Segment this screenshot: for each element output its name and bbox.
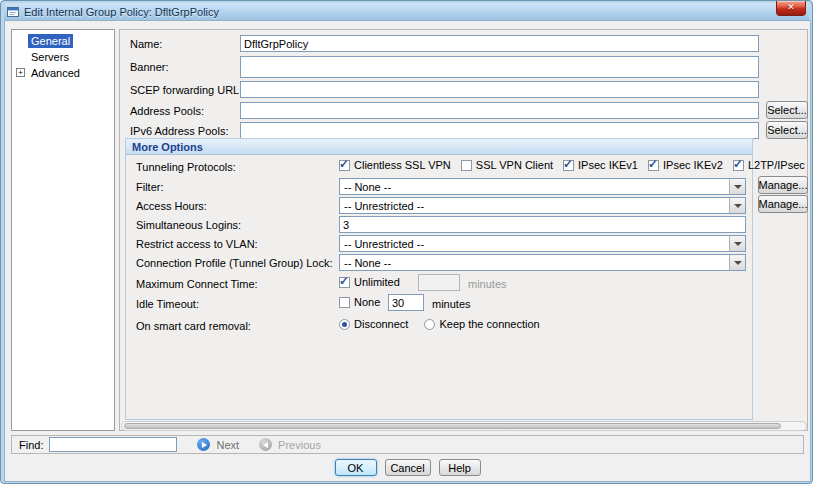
checkbox-icon — [648, 160, 659, 171]
checkbox-icon — [339, 277, 350, 288]
category-tree: General Servers + Advanced — [11, 29, 115, 431]
checkbox-label: None — [354, 296, 380, 308]
scep-url-label: SCEP forwarding URL: — [130, 84, 242, 96]
horizontal-scrollbar[interactable] — [121, 421, 807, 431]
checkbox-icon — [733, 160, 744, 171]
chevron-down-icon[interactable] — [729, 255, 745, 270]
checkbox-label: Clientless SSL VPN — [354, 159, 451, 171]
tree-item-label: Advanced — [28, 66, 83, 80]
find-bar: Find: Next Previous — [11, 435, 804, 454]
access-hours-selected-value: -- Unrestricted -- — [340, 200, 729, 212]
find-next-button[interactable]: Next — [216, 439, 239, 451]
find-label: Find: — [19, 439, 43, 451]
idle-timeout-minutes-unit: minutes — [432, 298, 471, 310]
checkbox-ssl-vpn-client[interactable]: SSL VPN Client — [461, 159, 553, 171]
radio-icon — [424, 319, 435, 330]
checkbox-label: Unlimited — [354, 276, 400, 288]
checkbox-unlimited[interactable]: Unlimited — [339, 276, 400, 288]
expand-icon[interactable]: + — [16, 68, 25, 77]
smart-card-removal-group: Disconnect Keep the connection — [339, 318, 540, 330]
radio-label: Disconnect — [354, 318, 408, 330]
filter-selected-value: -- None -- — [340, 181, 729, 193]
checkbox-idle-none[interactable]: None — [339, 296, 380, 308]
address-pools-label: Address Pools: — [130, 105, 204, 117]
ok-button[interactable]: OK — [335, 459, 377, 476]
max-connect-minutes-input — [418, 274, 460, 291]
ipv6-pools-select-button[interactable]: Select... — [766, 121, 808, 139]
filter-dropdown[interactable]: -- None -- — [339, 178, 746, 195]
simultaneous-logins-input[interactable] — [339, 216, 746, 233]
filter-label: Filter: — [136, 181, 164, 193]
banner-input[interactable] — [240, 56, 759, 78]
profile-lock-label: Connection Profile (Tunnel Group) Lock: — [136, 257, 332, 269]
tree-item-general[interactable]: General — [12, 33, 114, 49]
simultaneous-logins-label: Simultaneous Logins: — [136, 219, 241, 231]
checkbox-label: L2TP/IPsec — [748, 159, 805, 171]
chevron-down-icon[interactable] — [729, 179, 745, 194]
checkbox-icon — [339, 297, 350, 308]
banner-label: Banner: — [130, 61, 169, 73]
restrict-vlan-dropdown[interactable]: -- Unrestricted -- — [339, 235, 746, 252]
window-title: Edit Internal Group Policy: DfltGrpPolic… — [24, 6, 219, 18]
max-connect-time-label: Maximum Connect Time: — [136, 278, 258, 290]
name-input[interactable] — [240, 35, 759, 52]
checkbox-icon — [563, 160, 574, 171]
access-hours-label: Access Hours: — [136, 200, 207, 212]
find-previous-icon[interactable] — [259, 438, 272, 451]
scrollbar-thumb[interactable] — [124, 423, 781, 429]
profile-lock-dropdown[interactable]: -- None -- — [339, 254, 746, 271]
restrict-vlan-label: Restrict access to VLAN: — [136, 238, 258, 250]
radio-label: Keep the connection — [439, 318, 539, 330]
checkbox-clientless-ssl-vpn[interactable]: Clientless SSL VPN — [339, 159, 451, 171]
help-button[interactable]: Help — [439, 459, 481, 476]
checkbox-ipsec-ikev1[interactable]: IPsec IKEv1 — [563, 159, 638, 171]
find-input[interactable] — [49, 437, 177, 452]
checkbox-l2tp-ipsec[interactable]: L2TP/IPsec — [733, 159, 805, 171]
dialog-content: General Servers + Advanced Name: Banner:… — [4, 20, 811, 482]
tunneling-protocols-group: Clientless SSL VPN SSL VPN Client IPsec … — [339, 159, 805, 171]
profile-lock-selected-value: -- None -- — [340, 257, 729, 269]
smart-card-removal-label: On smart card removal: — [136, 320, 251, 332]
access-hours-manage-button[interactable]: Manage... — [758, 195, 808, 213]
chevron-down-icon[interactable] — [729, 236, 745, 251]
tunneling-protocols-label: Tunneling Protocols: — [136, 161, 236, 173]
find-next-icon[interactable] — [197, 438, 210, 451]
checkbox-label: SSL VPN Client — [476, 159, 553, 171]
checkbox-icon — [339, 160, 350, 171]
checkbox-icon — [461, 160, 472, 171]
footer-buttons: OK Cancel Help — [5, 459, 810, 477]
tree-item-advanced[interactable]: + Advanced — [12, 65, 114, 81]
checkbox-ipsec-ikev2[interactable]: IPsec IKEv2 — [648, 159, 723, 171]
restrict-vlan-selected-value: -- Unrestricted -- — [340, 238, 729, 250]
idle-timeout-minutes-input[interactable] — [388, 294, 424, 311]
scep-url-input[interactable] — [240, 81, 759, 98]
name-label: Name: — [130, 38, 162, 50]
idle-timeout-label: Idle Timeout: — [136, 298, 199, 310]
ipv6-pools-input[interactable] — [240, 122, 759, 139]
titlebar: Edit Internal Group Policy: DfltGrpPolic… — [4, 3, 809, 20]
address-pools-input[interactable] — [240, 102, 759, 119]
access-hours-dropdown[interactable]: -- Unrestricted -- — [339, 197, 746, 214]
cancel-button[interactable]: Cancel — [385, 459, 431, 476]
tree-item-label: Servers — [28, 50, 72, 64]
radio-disconnect[interactable]: Disconnect — [339, 318, 408, 330]
main-panel: Name: Banner: SCEP forwarding URL: Addre… — [119, 29, 808, 431]
edit-group-policy-dialog: Edit Internal Group Policy: DfltGrpPolic… — [0, 0, 813, 484]
radio-keep-connection[interactable]: Keep the connection — [424, 318, 539, 330]
radio-icon — [339, 319, 350, 330]
address-pools-select-button[interactable]: Select... — [766, 101, 808, 119]
ipv6-pools-label: IPv6 Address Pools: — [130, 125, 228, 137]
tree-item-servers[interactable]: Servers — [12, 49, 114, 65]
checkbox-label: IPsec IKEv1 — [578, 159, 638, 171]
max-connect-minutes-unit: minutes — [468, 278, 507, 290]
more-options-header[interactable]: More Options — [126, 139, 752, 155]
filter-manage-button[interactable]: Manage... — [758, 176, 808, 194]
checkbox-label: IPsec IKEv2 — [663, 159, 723, 171]
tree-item-label: General — [28, 34, 73, 48]
close-button[interactable]: ✕ — [776, 1, 806, 16]
chevron-down-icon[interactable] — [729, 198, 745, 213]
find-previous-button[interactable]: Previous — [278, 439, 321, 451]
dialog-icon — [7, 6, 19, 18]
more-options-group: More Options Tunneling Protocols: Client… — [125, 138, 753, 420]
